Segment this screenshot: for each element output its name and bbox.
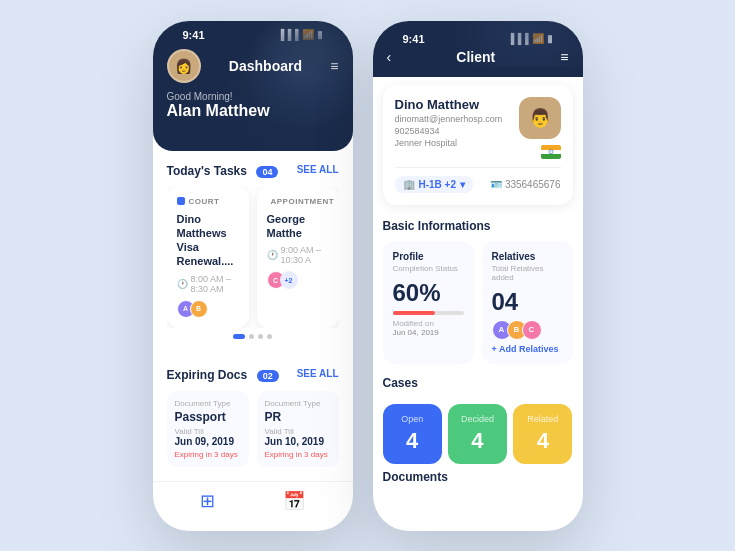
relatives-card: Relatives Total Relatives added 04 A B C… — [482, 241, 573, 364]
task-type-1: COURT — [177, 197, 239, 206]
client-id: 🪪 3356465676 — [490, 179, 561, 190]
user-avatar[interactable]: 👩 — [167, 49, 201, 83]
docs-header: Expiring Docs 02 SEE ALL — [167, 365, 339, 383]
bottom-nav: ⊞ 📅 — [153, 481, 353, 520]
status-time-left: 9:41 — [183, 29, 205, 41]
cases-grid: Open 4 Decided 4 Related 4 — [373, 404, 583, 464]
cases-title: Cases — [383, 376, 573, 390]
case-decided-label: Decided — [456, 414, 499, 424]
greeting-text: Good Morning! — [167, 91, 339, 102]
case-related-label: Related — [521, 414, 564, 424]
signal-icon-r: ▐▐▐ — [507, 33, 528, 44]
doc-card-1[interactable]: Document Type Passport Valid Till Jun 09… — [167, 391, 249, 467]
doc-expiry-1: Expiring in 3 days — [175, 450, 241, 459]
documents-title: Documents — [373, 464, 583, 488]
status-bar-right: 9:41 ▐▐▐ 📶 ▮ — [387, 25, 569, 49]
docs-section: Expiring Docs 02 SEE ALL Document Type P… — [153, 355, 353, 477]
id-icon: 🪪 — [490, 179, 502, 190]
dot-3 — [258, 334, 263, 339]
client-phone: 902584934 — [395, 126, 503, 136]
calendar-nav-icon[interactable]: 📅 — [283, 490, 305, 512]
add-relatives-btn[interactable]: + Add Relatives — [492, 344, 563, 354]
progress-fill — [393, 311, 436, 315]
battery-icon-r: ▮ — [547, 33, 553, 44]
dot-2 — [249, 334, 254, 339]
client-header: 9:41 ▐▐▐ 📶 ▮ ‹ Client ≡ — [373, 21, 583, 77]
doc-expiry-2: Expiring in 3 days — [265, 450, 331, 459]
clock-icon-2: 🕐 — [267, 250, 278, 260]
client-avatar: 👨 — [519, 97, 561, 139]
wifi-icon: 📶 — [302, 29, 314, 40]
wifi-icon-r: 📶 — [532, 33, 544, 44]
visa-badge[interactable]: 🏢 H-1B +2 ▾ — [395, 176, 474, 193]
task-name-1: Dino Matthews Visa Renewal.... — [177, 212, 239, 269]
case-related[interactable]: Related 4 — [513, 404, 572, 464]
task-avatars-1: A B — [177, 300, 239, 318]
status-time-right: 9:41 — [403, 33, 425, 45]
client-company: Jenner Hospital — [395, 138, 503, 148]
task-label-1: COURT — [189, 197, 220, 206]
info-grid: Profile Completion Status 60% Modified o… — [383, 241, 573, 364]
relative-avatar-3: C — [522, 320, 542, 340]
task-card-1[interactable]: COURT Dino Matthews Visa Renewal.... 🕐 8… — [167, 187, 249, 328]
case-open-label: Open — [391, 414, 434, 424]
tasks-see-all[interactable]: SEE ALL — [297, 164, 339, 175]
task-avatar-1b: B — [190, 300, 208, 318]
profile-card: Profile Completion Status 60% Modified o… — [383, 241, 474, 364]
modified-label: Modified on — [393, 319, 464, 328]
docs-grid: Document Type Passport Valid Till Jun 09… — [167, 391, 339, 467]
case-decided-count: 4 — [456, 428, 499, 454]
relatives-avatars: A B C — [492, 320, 563, 340]
dashboard-title: Dashboard — [229, 58, 302, 74]
tasks-section: Today's Tasks 04 SEE ALL COURT Dino Matt… — [153, 151, 353, 355]
task-dot-1 — [177, 197, 185, 205]
visa-text: H-1B +2 — [419, 179, 457, 190]
left-phone: 9:41 ▐▐▐ 📶 ▮ 👩 Dashboard ≡ Good Morning!… — [153, 21, 353, 531]
doc-valid-label-1: Valid Till — [175, 427, 241, 436]
client-info-row: Dino Matthew dinomatt@jennerhosp.com 902… — [395, 97, 561, 159]
task-type-2: APPOINTMENT — [267, 197, 329, 206]
grid-nav-icon[interactable]: ⊞ — [200, 490, 215, 512]
app-container: 9:41 ▐▐▐ 📶 ▮ 👩 Dashboard ≡ Good Morning!… — [153, 21, 583, 531]
task-name-2: George Matthe — [267, 212, 329, 241]
dashboard-header: 9:41 ▐▐▐ 📶 ▮ 👩 Dashboard ≡ Good Morning!… — [153, 21, 353, 151]
task-card-2[interactable]: APPOINTMENT George Matthe 🕐 9:00 AM – 10… — [257, 187, 339, 328]
dot-1 — [233, 334, 245, 339]
back-button[interactable]: ‹ — [387, 49, 392, 65]
case-open-count: 4 — [391, 428, 434, 454]
visa-row: 🏢 H-1B +2 ▾ 🪪 3356465676 — [395, 167, 561, 193]
docs-badge: 02 — [257, 370, 279, 382]
india-flag-icon — [541, 145, 561, 159]
building-icon: 🏢 — [403, 179, 415, 190]
client-header-row: ‹ Client ≡ — [387, 49, 569, 65]
docs-see-all[interactable]: SEE ALL — [297, 368, 339, 379]
status-icons-left: ▐▐▐ 📶 ▮ — [277, 29, 322, 40]
doc-name-1: Passport — [175, 410, 241, 424]
client-name: Dino Matthew — [395, 97, 503, 112]
battery-icon: ▮ — [317, 29, 323, 40]
cases-section: Cases — [373, 370, 583, 404]
task-avatars-2: C +2 — [267, 271, 329, 289]
profile-card-title: Profile — [393, 251, 464, 262]
modified-date: Jun 04, 2019 — [393, 328, 464, 337]
tasks-badge: 04 — [256, 166, 278, 178]
status-icons-right: ▐▐▐ 📶 ▮ — [507, 33, 552, 44]
client-email: dinomatt@jennerhosp.com — [395, 114, 503, 124]
signal-icon: ▐▐▐ — [277, 29, 298, 40]
case-decided[interactable]: Decided 4 — [448, 404, 507, 464]
relatives-count: 04 — [492, 288, 563, 316]
progress-bar — [393, 311, 464, 315]
task-time-2: 🕐 9:00 AM – 10:30 A — [267, 245, 329, 265]
doc-card-2[interactable]: Document Type PR Valid Till Jun 10, 2019… — [257, 391, 339, 467]
docs-title: Expiring Docs — [167, 368, 248, 382]
menu-icon[interactable]: ≡ — [330, 58, 338, 74]
client-details: Dino Matthew dinomatt@jennerhosp.com 902… — [395, 97, 503, 148]
clock-icon-1: 🕐 — [177, 279, 188, 289]
case-open[interactable]: Open 4 — [383, 404, 442, 464]
doc-valid-date-1: Jun 09, 2019 — [175, 436, 241, 447]
client-info-card: Dino Matthew dinomatt@jennerhosp.com 902… — [383, 85, 573, 205]
client-menu-icon[interactable]: ≡ — [560, 49, 568, 65]
task-label-2: APPOINTMENT — [271, 197, 335, 206]
task-cards: COURT Dino Matthews Visa Renewal.... 🕐 8… — [167, 187, 339, 328]
dot-4 — [267, 334, 272, 339]
